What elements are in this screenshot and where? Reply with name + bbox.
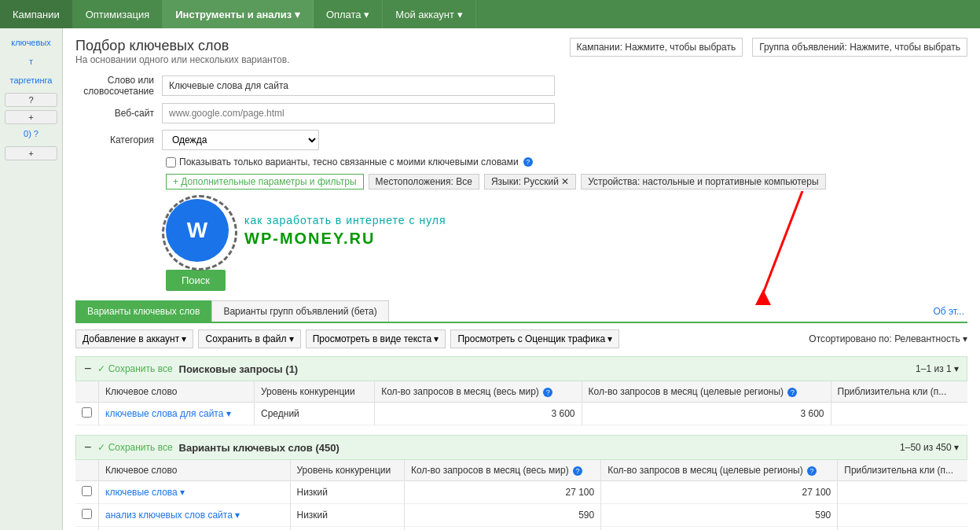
watermark-area: W как заработать в интернете с нуля WP-M… (166, 199, 967, 262)
search-queries-pagination[interactable]: 1–1 из 1 ▾ (916, 363, 959, 374)
keyword-link[interactable]: ключевые слова для сайта ▾ (105, 408, 231, 419)
toolbar: Добавление в аккаунт ▾ Сохранить в файл … (75, 329, 967, 348)
kv-header-left: − ✓ Сохранить все Варианты ключевых слов… (84, 440, 340, 455)
site-input[interactable] (162, 103, 555, 123)
target-requests-help[interactable]: ? (787, 388, 797, 397)
kv-table-row: система продвижения сайта ▾ Средний 1 60… (75, 527, 967, 531)
kv-row-world: 590 (405, 504, 601, 527)
keyword-variants-table: Ключевое слово Уровень конкуренции Кол-в… (75, 460, 967, 530)
sidebar-add-btn2[interactable]: + (5, 146, 57, 160)
nav-account[interactable]: Мой аккаунт ▾ (383, 0, 475, 28)
kv-table-row: анализ ключевых слов сайта ▾ Низкий 590 … (75, 504, 967, 527)
sidebar-item-t[interactable]: т (0, 53, 62, 69)
kv-th-checkbox (75, 460, 99, 481)
top-nav: Кампании Оптимизация Инструменты и анали… (0, 0, 980, 28)
add-to-account-btn[interactable]: Добавление в аккаунт ▾ (75, 329, 193, 348)
word-label: Слово или словосочетание (75, 75, 162, 97)
kv-th-target: Кол-во запросов в месяц (целевые регионы… (601, 460, 838, 481)
th-keyword: Ключевое слово (99, 381, 255, 403)
kv-row-world: 1 600 (405, 527, 601, 531)
search-queries-header-row: Ключевое слово Уровень конкуренции Кол-в… (75, 381, 967, 403)
view-text-btn[interactable]: Просмотреть в виде текста ▾ (306, 329, 446, 348)
filter-row: + Дополнительные параметры и фильтры Мес… (166, 174, 967, 190)
checkbox-help-icon[interactable]: ? (523, 157, 533, 167)
ad-group-selector[interactable]: Группа объявлений: Нажмите, чтобы выбрат… (752, 38, 967, 57)
filter-location[interactable]: Местоположения: Все (369, 174, 479, 190)
kv-row-competition: Низкий (290, 481, 405, 504)
row-checkbox[interactable] (82, 407, 92, 418)
nav-tools[interactable]: Инструменты и анализ ▾ (163, 0, 314, 28)
kv-table-row: ключевые слова ▾ Низкий 27 100 27 100 (75, 481, 967, 504)
kv-world-help[interactable]: ? (573, 466, 582, 476)
kv-row-target: 27 100 (601, 481, 838, 504)
row-competition-cell: Средний (255, 403, 375, 425)
kv-row-competition: Низкий (290, 504, 405, 527)
red-arrow (716, 191, 810, 317)
search-queries-title: Поисковые запросы (1) (179, 363, 299, 375)
kv-th-competition: Уровень конкуренции (290, 460, 405, 481)
kv-keyword-link[interactable]: ключевые слова ▾ (105, 487, 185, 498)
category-row: Категория Одежда (75, 130, 967, 150)
filter-language[interactable]: Языки: Русский ✕ (484, 174, 576, 190)
kv-collapse-icon[interactable]: − (84, 440, 91, 455)
th-target-requests: Кол-во запросов в месяц (целевые регионы… (582, 381, 831, 403)
nav-campaigns[interactable]: Кампании (0, 0, 73, 28)
kv-target-help[interactable]: ? (807, 466, 817, 476)
th-world-requests: Кол-во запросов в месяц (весь мир) ? (375, 381, 582, 403)
kv-row-competition: Средний (290, 527, 405, 531)
section-header-left: − ✓ Сохранить все Поисковые запросы (1) (84, 362, 298, 376)
site-label: Веб-сайт (75, 108, 162, 119)
tabs-right-link[interactable]: Об эт... (933, 306, 967, 317)
sidebar-item-targeting[interactable]: таргетинга (0, 72, 62, 88)
logo-letter: W (187, 218, 207, 243)
kv-pagination[interactable]: 1–50 из 450 ▾ (900, 442, 959, 453)
kv-row-checkbox-cell (75, 504, 99, 527)
kv-th-world: Кол-во запросов в месяц (весь мир) ? (405, 460, 601, 481)
row-est-cell (831, 403, 967, 425)
tab-ad-groups[interactable]: Варианты групп объявлений (бета) (211, 300, 388, 322)
filter-expand-btn[interactable]: + Дополнительные параметры и фильтры (166, 174, 364, 190)
world-requests-help[interactable]: ? (543, 388, 552, 397)
page-title-area: Подбор ключевых слов На основании одного… (75, 38, 289, 65)
filter-devices: Устройства: настольные и портативные ком… (581, 174, 825, 190)
kv-save-all[interactable]: ✓ Сохранить все (97, 442, 172, 453)
sidebar-item-keywords[interactable]: ключевых (0, 35, 62, 50)
sidebar-help-btn[interactable]: ? (5, 93, 57, 107)
related-checkbox[interactable] (166, 157, 176, 167)
kv-row-target: 1 600 (601, 527, 838, 531)
save-all-search[interactable]: ✓ Сохранить все (97, 363, 172, 374)
th-checkbox (75, 381, 99, 403)
tab-keywords[interactable]: Варианты ключевых слов (75, 300, 211, 322)
kv-row-keyword-cell: ключевые слова ▾ (99, 481, 291, 504)
kv-header-row: Ключевое слово Уровень конкуренции Кол-в… (75, 460, 967, 481)
search-queries-section: − ✓ Сохранить все Поисковые запросы (1) … (75, 356, 967, 425)
kv-row-world: 27 100 (405, 481, 601, 504)
keyword-variants-header: − ✓ Сохранить все Варианты ключевых слов… (75, 435, 967, 460)
kv-row-checkbox[interactable] (82, 509, 92, 519)
checkbox-label: Показывать только варианты, тесно связан… (179, 156, 519, 167)
kv-row-est (838, 481, 967, 504)
kv-keyword-link[interactable]: анализ ключевых слов сайта ▾ (105, 510, 240, 521)
sidebar-add-btn[interactable]: + (5, 110, 57, 124)
save-to-file-btn[interactable]: Сохранить в файл ▾ (198, 329, 300, 348)
view-traffic-btn[interactable]: Просмотреть с Оценщик трафика ▾ (450, 329, 619, 348)
main-content: Подбор ключевых слов На основании одного… (63, 28, 980, 530)
nav-payment[interactable]: Оплата ▾ (314, 0, 383, 28)
word-input[interactable] (162, 75, 555, 96)
campaign-selector[interactable]: Кампании: Нажмите, чтобы выбрать (570, 38, 743, 57)
nav-optimization[interactable]: Оптимизация (73, 0, 163, 28)
sort-control[interactable]: Отсортировано по: Релевантность ▾ (809, 333, 967, 344)
category-select[interactable]: Одежда (162, 130, 319, 150)
collapse-icon[interactable]: − (84, 362, 91, 376)
category-label: Категория (75, 134, 162, 145)
kv-row-checkbox-cell (75, 481, 99, 504)
th-est-clicks: Приблизительна кли (п... (831, 381, 967, 403)
kv-row-keyword-cell: система продвижения сайта ▾ (99, 527, 291, 531)
kv-row-checkbox[interactable] (82, 486, 92, 496)
page-title: Подбор ключевых слов (75, 38, 289, 54)
tabs-row: Варианты ключевых слов Варианты групп об… (75, 300, 967, 323)
search-btn[interactable]: Поиск (166, 270, 226, 291)
watermark-line2: WP-MONEY.RU (244, 230, 446, 248)
kv-th-keyword: Ключевое слово (99, 460, 291, 481)
keyword-form: Слово или словосочетание Веб-сайт Катего… (75, 75, 967, 291)
